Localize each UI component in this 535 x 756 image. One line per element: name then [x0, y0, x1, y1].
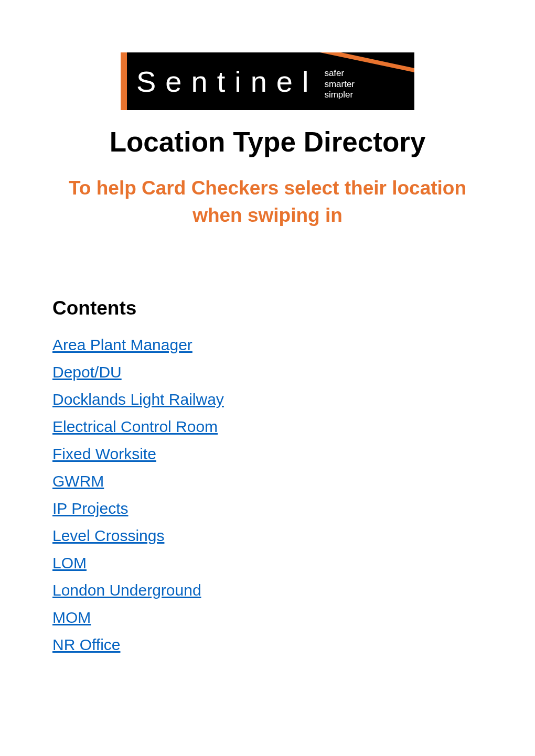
- toc-item: LOM: [52, 554, 483, 572]
- contents-heading: Contents: [52, 297, 483, 319]
- page-title: Location Type Directory: [52, 126, 483, 158]
- toc-item: Fixed Worksite: [52, 445, 483, 463]
- table-of-contents: Area Plant Manager Depot/DU Docklands Li…: [52, 336, 483, 654]
- logo-main-text: Sentinel: [136, 64, 318, 99]
- logo-tagline: safer smarter simpler: [324, 68, 355, 100]
- toc-link-area-plant-manager[interactable]: Area Plant Manager: [52, 336, 192, 353]
- toc-item: GWRM: [52, 472, 483, 490]
- toc-link-nr-office[interactable]: NR Office: [52, 636, 120, 653]
- toc-link-depot-du[interactable]: Depot/DU: [52, 363, 122, 381]
- toc-item: NR Office: [52, 636, 483, 654]
- toc-item: Depot/DU: [52, 363, 483, 381]
- toc-item: Level Crossings: [52, 527, 483, 545]
- toc-link-gwrm[interactable]: GWRM: [52, 472, 104, 490]
- toc-link-mom[interactable]: MOM: [52, 609, 91, 626]
- toc-link-fixed-worksite[interactable]: Fixed Worksite: [52, 445, 156, 462]
- toc-link-docklands-light-railway[interactable]: Docklands Light Railway: [52, 391, 224, 408]
- toc-item: Electrical Control Room: [52, 418, 483, 436]
- toc-item: IP Projects: [52, 500, 483, 517]
- toc-item: Docklands Light Railway: [52, 391, 483, 408]
- toc-link-london-underground[interactable]: London Underground: [52, 581, 201, 599]
- toc-link-electrical-control-room[interactable]: Electrical Control Room: [52, 418, 218, 435]
- logo-container: Sentinel safer smarter simpler: [52, 52, 483, 110]
- toc-link-lom[interactable]: LOM: [52, 554, 87, 571]
- toc-item: Area Plant Manager: [52, 336, 483, 354]
- toc-link-ip-projects[interactable]: IP Projects: [52, 500, 129, 517]
- tagline-line-3: simpler: [324, 90, 355, 100]
- toc-item: MOM: [52, 609, 483, 627]
- sentinel-logo: Sentinel safer smarter simpler: [121, 52, 414, 110]
- logo-accent-bar: [121, 52, 127, 110]
- toc-link-level-crossings[interactable]: Level Crossings: [52, 527, 164, 544]
- logo-triangle-decoration-inner: [341, 52, 414, 68]
- toc-item: London Underground: [52, 581, 483, 599]
- tagline-line-2: smarter: [324, 79, 355, 90]
- page-subtitle: To help Card Checkers select their locat…: [52, 175, 483, 229]
